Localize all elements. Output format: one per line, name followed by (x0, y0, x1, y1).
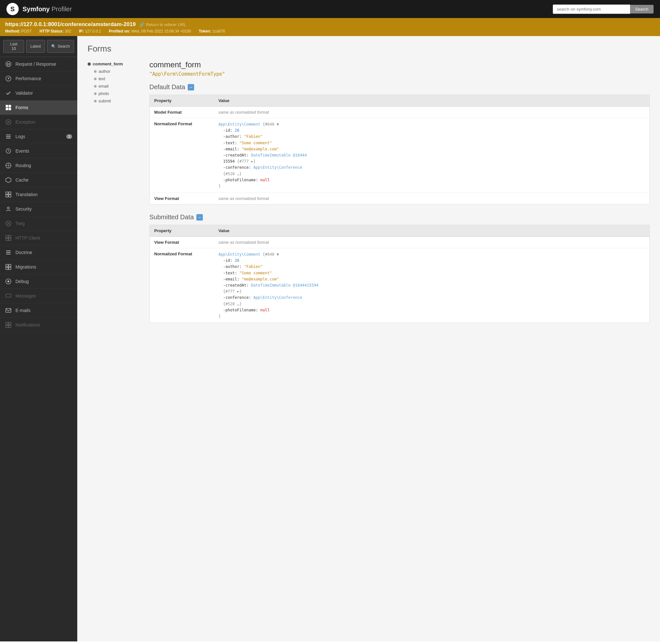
sidebar-item-label: Request / Response (16, 62, 56, 67)
submitted-data-collapse-btn[interactable]: − (196, 214, 203, 221)
sidebar-item-security[interactable]: Security (0, 202, 77, 216)
sidebar-item-logs[interactable]: Logs 1 (0, 130, 77, 144)
svg-rect-27 (6, 238, 8, 240)
ip-field: IP: 127.0.0.1 (79, 29, 101, 33)
svg-rect-28 (9, 238, 11, 240)
svg-rect-4 (9, 105, 11, 107)
doctrine-icon (5, 249, 11, 256)
table-row: Normalized Format App\Entity\Comment {#6… (150, 248, 650, 323)
sidebar-item-e-mails[interactable]: E-mails (0, 303, 77, 318)
header-search-input[interactable] (553, 4, 630, 14)
sidebar-item-label: Messages (16, 293, 36, 299)
prop-cell: View Format (150, 193, 214, 205)
tree-root-item[interactable]: comment_form (88, 60, 139, 68)
tree-child-email[interactable]: email (94, 83, 139, 90)
svg-rect-3 (6, 105, 8, 107)
sidebar-item-label: E-mails (16, 308, 30, 313)
tree-child-photo[interactable]: photo (94, 90, 139, 97)
prop-cell: Model Format (150, 107, 214, 118)
form-class: "App\Form\CommentFormType" (149, 71, 650, 77)
prop-cell: View Format (150, 237, 214, 248)
sidebar-item-translation[interactable]: Translation (0, 187, 77, 202)
header-search-button[interactable]: Search (630, 5, 654, 14)
table-row: View Format same as normalized format (150, 237, 650, 248)
sidebar-item-label: Doctrine (16, 250, 32, 255)
tree-child-dot (94, 100, 97, 102)
exception-icon (5, 119, 11, 125)
submitted-data-label: Submitted Data (149, 213, 194, 221)
page-title: Forms (88, 44, 650, 54)
sidebar-item-request-response[interactable]: Request / Response (0, 57, 77, 71)
svg-point-2 (8, 78, 9, 79)
default-data-section-title: Default Data − (149, 84, 650, 91)
request-response-icon (5, 61, 11, 67)
profiler-url[interactable]: https://127.0.0.1:8001/conference/amster… (5, 21, 136, 28)
tree-child-label: text (98, 76, 105, 81)
tree-child-author[interactable]: author (94, 68, 139, 75)
profiled-field: Profiled on: Wed, 09 Feb 2022 15:06:34 +… (109, 29, 191, 33)
sidebar-item-events[interactable]: Events (0, 144, 77, 158)
default-table-header-value: Value (214, 95, 650, 107)
symfony-logo: S (6, 3, 19, 15)
svg-rect-42 (6, 325, 8, 327)
tree-child-dot (94, 70, 97, 73)
meta-bar: Method: POST HTTP Status: 302 IP: 127.0.… (5, 29, 655, 33)
svg-rect-17 (6, 192, 8, 194)
url-line: https://127.0.0.1:8001/conference/amster… (5, 21, 655, 28)
main-content: Forms comment_form author text (77, 36, 660, 641)
tree-child-label: author (98, 69, 111, 74)
sidebar-item-routing[interactable]: Routing (0, 158, 77, 173)
svg-point-21 (7, 207, 9, 209)
sidebar-item-migrations[interactable]: Migrations (0, 260, 77, 274)
migrations-icon (5, 264, 11, 270)
sidebar-item-label: Exception (16, 119, 35, 124)
sidebar-item-twig: Twig (0, 216, 77, 231)
svg-rect-41 (9, 322, 11, 325)
sidebar-item-debug[interactable]: Debug (0, 274, 77, 289)
last10-button[interactable]: Last 10 (3, 40, 24, 53)
submitted-data-section-title: Submitted Data − (149, 213, 650, 221)
sidebar-item-validator[interactable]: Validator (0, 86, 77, 100)
val-cell-normalized-submitted: App\Entity\Comment {#640 ▼ -id: 26 -auth… (214, 248, 650, 323)
header-search-form: Search (553, 4, 654, 14)
svg-rect-33 (9, 264, 11, 267)
performance-icon (5, 75, 11, 82)
svg-point-37 (7, 280, 9, 282)
tree-child-dot (94, 77, 97, 80)
sidebar-item-label: Cache (16, 178, 28, 183)
svg-rect-40 (6, 322, 8, 325)
val-cell: same as normalized format (214, 237, 650, 248)
default-data-collapse-btn[interactable]: − (188, 84, 194, 91)
header-left: S Symfony Profiler (6, 3, 72, 15)
sidebar-item-label: HTTP Client (16, 235, 40, 240)
default-data-table: Property Value Model Format same as norm… (149, 95, 650, 205)
svg-rect-39 (6, 308, 11, 312)
http-client-icon (5, 235, 11, 241)
val-cell-normalized-default: App\Entity\Comment {#640 ▼ -id: 26 -auth… (214, 118, 650, 193)
tree-child-text[interactable]: text (94, 75, 139, 83)
sidebar-item-forms[interactable]: Forms (0, 100, 77, 115)
default-table-header-property: Property (150, 95, 214, 107)
table-row: View Format same as normalized format (150, 193, 650, 205)
sidebar-item-cache[interactable]: Cache (0, 173, 77, 187)
sidebar-item-doctrine[interactable]: Doctrine (0, 245, 77, 260)
sidebar-item-label: Forms (16, 105, 28, 110)
svg-rect-38 (6, 294, 11, 297)
sidebar-item-label: Debug (16, 279, 29, 284)
tree-child-dot (94, 92, 97, 95)
sidebar-item-http-client: HTTP Client (0, 231, 77, 245)
tree-child-submit[interactable]: submit (94, 97, 139, 105)
sidebar-item-label: Migrations (16, 264, 37, 270)
latest-button[interactable]: Latest (26, 40, 45, 53)
search-button[interactable]: 🔍 Search (47, 40, 74, 53)
val-cell: same as normalized format (214, 193, 650, 205)
submitted-table-header-value: Value (214, 225, 650, 237)
code-block: App\Entity\Comment {#640 ▼ -id: 26 -auth… (219, 121, 645, 189)
header-title: Symfony Profiler (23, 5, 72, 13)
sidebar-item-label: Validator (16, 91, 33, 96)
sidebar-item-label: Routing (16, 163, 31, 168)
sidebar-item-exception: Exception (0, 115, 77, 130)
validator-icon (5, 90, 11, 96)
sidebar-item-performance[interactable]: Performance (0, 71, 77, 86)
method-field: Method: POST (5, 29, 32, 33)
